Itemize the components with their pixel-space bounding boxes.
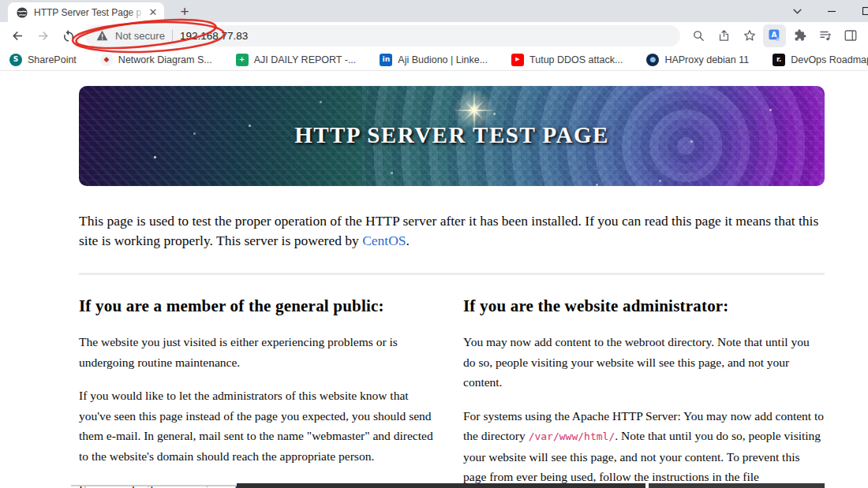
bookmark-sharepoint[interactable]: S SharePoint [9, 54, 77, 66]
google-sheets-icon: + [236, 54, 249, 66]
forward-button[interactable] [32, 24, 54, 47]
sharepoint-icon-glyph: S [13, 56, 18, 63]
bookmark-label: HAProxy debian 11 [664, 54, 749, 65]
sharepoint-icon: S [9, 54, 22, 66]
tab-close-icon[interactable]: ✕ [147, 6, 159, 19]
omnibox-separator [172, 30, 173, 42]
horizontal-rule [79, 273, 825, 275]
bookmark-devops-roadmap[interactable]: r. DevOps Roadmap:... [773, 54, 868, 66]
page-title: HTTP SERVER TEST PAGE [79, 122, 825, 148]
window-maximize-button[interactable] [859, 3, 868, 19]
general-public-heading: If you are a member of the general publi… [79, 296, 440, 316]
haproxy-icon: ● [646, 54, 659, 66]
tab-title-fade [128, 4, 145, 20]
security-label[interactable]: Not secure [115, 30, 165, 42]
roadmap-icon-glyph: r. [776, 56, 782, 63]
share-icon[interactable] [713, 24, 735, 47]
bookmark-label: SharePoint [28, 54, 77, 65]
bookmark-label: Network Diagram S... [118, 54, 212, 65]
tab-strip: HTTP Server Test Page powered ✕ + [0, 0, 868, 22]
bookmark-aji-daily-report[interactable]: + AJI DAILY REPORT -... [236, 54, 357, 66]
not-secure-warning-icon[interactable] [96, 30, 108, 41]
test-page-banner: HTTP SERVER TEST PAGE [79, 86, 825, 186]
bookmark-youtube[interactable]: ▶ Tutup DDOS attack... [511, 54, 623, 66]
extensions-puzzle-icon[interactable] [788, 24, 811, 47]
general-public-column: If you are a member of the general publi… [79, 296, 440, 488]
haproxy-icon-glyph: ● [649, 56, 656, 63]
window-minimize-button[interactable] [824, 3, 840, 19]
bookmarks-bar: S SharePoint ◆ Network Diagram S... + AJ… [0, 49, 868, 71]
page-content: HTTP SERVER TEST PAGE This page is used … [0, 71, 868, 487]
tab-title: HTTP Server Test Page powered [34, 7, 141, 18]
bookmark-label: Tutup DDOS attack... [529, 54, 623, 65]
bookmark-label: Aji Budiono | Linke... [398, 54, 488, 65]
clipped-content-sliver [71, 485, 237, 486]
youtube-icon: ▶ [511, 54, 524, 66]
address-bar[interactable]: Not secure 192.168.77.83 [85, 25, 680, 47]
tab-search-chevron-icon[interactable] [789, 3, 805, 19]
diagram-icon: ◆ [100, 54, 113, 66]
clipped-content-sliver [237, 483, 645, 488]
reload-button[interactable] [57, 24, 80, 47]
url-text[interactable]: 192.168.77.83 [180, 30, 248, 42]
administrator-column: If you are the website administrator: Yo… [463, 296, 825, 488]
bookmark-star-icon[interactable] [738, 24, 761, 47]
intro-text: This page is used to test the proper ope… [79, 213, 818, 248]
bookmark-haproxy[interactable]: ● HAProxy debian 11 [646, 54, 749, 66]
youtube-icon-glyph: ▶ [515, 57, 519, 62]
media-controls-icon[interactable] [814, 24, 836, 47]
intro-paragraph: This page is used to test the proper ope… [79, 211, 825, 251]
browser-window: HTTP Server Test Page powered ✕ + [0, 0, 868, 488]
linkedin-icon-glyph: in [383, 56, 391, 63]
clipped-content-sliver [649, 483, 825, 488]
banner-sparkles [154, 156, 156, 158]
bookmark-label: AJI DAILY REPORT -... [254, 54, 357, 65]
side-panel-icon[interactable] [839, 24, 862, 47]
svg-text:A: A [771, 31, 776, 39]
diagram-icon-glyph: ◆ [103, 56, 109, 63]
translate-extension-icon[interactable]: A [763, 24, 786, 47]
roadmap-icon: r. [773, 54, 785, 66]
google-sheets-icon-glyph: + [239, 56, 245, 63]
browser-tab[interactable]: HTTP Server Test Page powered ✕ [8, 2, 164, 22]
intro-text-end: . [406, 233, 410, 248]
back-button[interactable] [6, 24, 29, 47]
bookmark-label: DevOps Roadmap:... [791, 54, 868, 65]
bookmark-linkedin[interactable]: in Aji Budiono | Linke... [380, 54, 488, 66]
new-tab-button[interactable]: + [175, 2, 194, 21]
code-path: /var/www/html/ [529, 430, 615, 442]
linkedin-icon: in [380, 54, 392, 66]
paragraph: For systems using the Apache HTTP Server… [463, 406, 825, 488]
paragraph: The website you just visited is either e… [79, 332, 440, 372]
paragraph: If you would like to let the administrat… [79, 386, 440, 466]
bookmark-network-diagram[interactable]: ◆ Network Diagram S... [100, 54, 212, 66]
globe-favicon-icon [16, 6, 28, 19]
paragraph: You may now add content to the webroot d… [463, 332, 825, 393]
search-icon[interactable] [687, 24, 710, 47]
centos-link[interactable]: CentOS [362, 233, 406, 248]
browser-toolbar: Not secure 192.168.77.83 A [0, 22, 868, 49]
administrator-heading: If you are the website administrator: [463, 296, 825, 316]
